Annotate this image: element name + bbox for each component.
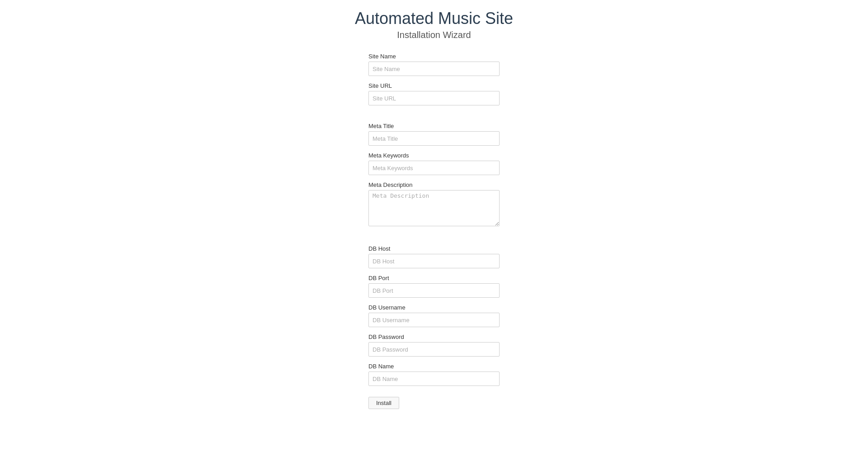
db-username-label: DB Username	[368, 304, 500, 311]
meta-title-group: Meta Title	[368, 123, 500, 146]
db-host-group: DB Host	[368, 245, 500, 268]
site-url-input[interactable]	[368, 91, 500, 105]
page-title-sub: Installation Wizard	[397, 30, 471, 40]
site-name-input[interactable]	[368, 62, 500, 76]
site-url-group: Site URL	[368, 82, 500, 105]
meta-title-input[interactable]	[368, 131, 500, 146]
meta-description-group: Meta Description	[368, 181, 500, 228]
form-container: Site Name Site URL Meta Title Meta Keywo…	[368, 53, 500, 409]
db-password-input[interactable]	[368, 342, 500, 357]
db-username-input[interactable]	[368, 313, 500, 327]
page-title-main: Automated Music Site	[355, 9, 513, 28]
meta-keywords-group: Meta Keywords	[368, 152, 500, 175]
install-button[interactable]: Install	[368, 397, 399, 409]
db-port-label: DB Port	[368, 275, 500, 281]
db-username-group: DB Username	[368, 304, 500, 327]
site-name-label: Site Name	[368, 53, 500, 60]
page-container: Automated Music Site Installation Wizard…	[0, 0, 868, 409]
meta-keywords-input[interactable]	[368, 161, 500, 175]
site-url-label: Site URL	[368, 82, 500, 89]
db-password-group: DB Password	[368, 333, 500, 357]
db-host-label: DB Host	[368, 245, 500, 252]
db-name-label: DB Name	[368, 363, 500, 370]
db-name-group: DB Name	[368, 363, 500, 386]
db-port-input[interactable]	[368, 283, 500, 298]
meta-description-label: Meta Description	[368, 181, 500, 188]
db-port-group: DB Port	[368, 275, 500, 298]
meta-title-label: Meta Title	[368, 123, 500, 129]
meta-description-input[interactable]	[368, 190, 500, 226]
meta-keywords-label: Meta Keywords	[368, 152, 500, 159]
db-password-label: DB Password	[368, 333, 500, 340]
db-host-input[interactable]	[368, 254, 500, 268]
db-name-input[interactable]	[368, 372, 500, 386]
site-name-group: Site Name	[368, 53, 500, 76]
